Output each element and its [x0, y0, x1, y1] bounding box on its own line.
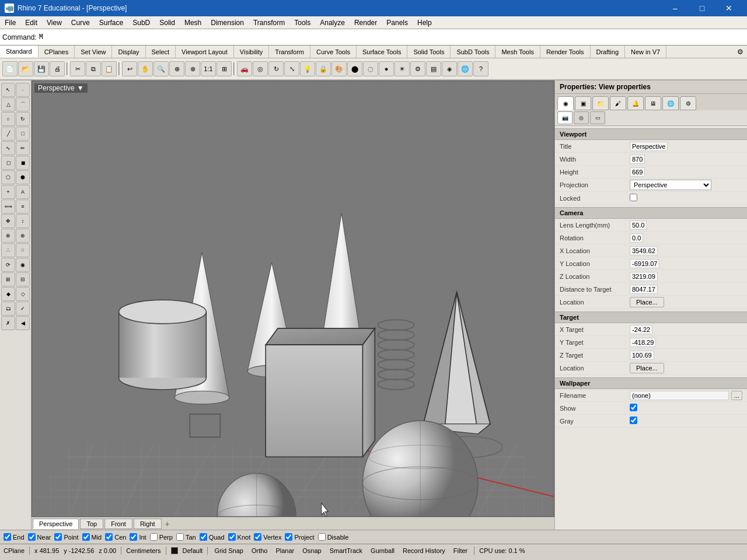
close-button[interactable]: ✕: [715, 0, 742, 16]
prop-cam-location[interactable]: Location Place...: [555, 296, 747, 309]
menu-transform[interactable]: Transform: [249, 18, 289, 28]
gray-checkbox[interactable]: [630, 416, 637, 424]
menu-mesh[interactable]: Mesh: [180, 18, 206, 28]
tool-pan[interactable]: ✋: [138, 61, 153, 76]
panel-tab-screen[interactable]: 🖥: [645, 96, 661, 110]
tab-new-in-v7[interactable]: New in V7: [625, 46, 666, 58]
tool-sphere-mat[interactable]: ⬤: [347, 61, 362, 76]
tab-visibility[interactable]: Visibility: [234, 46, 270, 58]
tool-globe[interactable]: 🌐: [458, 61, 473, 76]
menu-subd[interactable]: SubD: [128, 18, 155, 28]
viewport-dropdown-icon[interactable]: ▼: [77, 84, 84, 92]
tab-solid-tools[interactable]: Solid Tools: [407, 46, 451, 58]
left-tool-annot[interactable]: A: [16, 185, 30, 199]
tab-subd-tools[interactable]: SubD Tools: [451, 46, 495, 58]
viewport-label[interactable]: Perspective ▼: [34, 83, 88, 93]
left-tool-cam[interactable]: ◉: [16, 258, 30, 272]
panel-subtab-camera[interactable]: 📷: [557, 111, 573, 124]
menu-edit[interactable]: Edit: [20, 18, 42, 28]
panel-subtab-circle[interactable]: ◎: [574, 111, 589, 124]
left-tool-dim[interactable]: ⟺: [1, 200, 15, 214]
menu-curve[interactable]: Curve: [67, 18, 95, 28]
gumball-button[interactable]: Gumball: [369, 547, 396, 554]
tab-mesh-tools[interactable]: Mesh Tools: [495, 46, 540, 58]
tool-zoom-sel[interactable]: ⊗: [185, 61, 200, 76]
left-tool-lasso[interactable]: ⌒: [16, 97, 30, 111]
snap-knot[interactable]: Knot: [227, 533, 251, 541]
target-place-button[interactable]: Place...: [630, 363, 664, 373]
left-tool-ok[interactable]: ✓: [16, 302, 30, 316]
tool-render-sphere[interactable]: ●: [379, 61, 394, 76]
left-tool-pts[interactable]: ∴: [1, 243, 15, 257]
smarttrack-button[interactable]: SmartTrack: [328, 547, 364, 554]
tool-zoom-all[interactable]: ⊕: [169, 61, 184, 76]
left-tool-surface[interactable]: ◻: [1, 156, 15, 170]
left-tool-subd[interactable]: ◼: [16, 156, 30, 170]
tool-car[interactable]: 🚗: [237, 61, 252, 76]
panel-tab-folder[interactable]: 📁: [592, 96, 609, 110]
snap-project[interactable]: Project: [284, 533, 314, 541]
snap-perp[interactable]: Perp: [149, 533, 173, 541]
filter-button[interactable]: Filter: [452, 547, 469, 554]
left-tool-circle[interactable]: ○: [1, 112, 15, 126]
osnap-button[interactable]: Osnap: [301, 547, 323, 554]
tool-zoom-in[interactable]: 🔍: [153, 61, 169, 76]
tab-viewport-layout[interactable]: Viewport Layout: [176, 46, 234, 58]
prop-show[interactable]: Show: [555, 402, 747, 415]
left-tool-rect[interactable]: □: [16, 127, 30, 141]
menu-analyze[interactable]: Analyze: [315, 18, 350, 28]
tool-light[interactable]: 💡: [300, 61, 315, 76]
panel-tab-ball[interactable]: 🌐: [662, 96, 679, 110]
left-tool-select[interactable]: ↖: [1, 83, 15, 97]
tool-material[interactable]: 🎨: [331, 61, 347, 76]
toolbar-settings-icon[interactable]: ⚙: [734, 48, 747, 56]
left-tool-freehand[interactable]: ✏: [16, 141, 30, 155]
tool-revolve[interactable]: ↻: [268, 61, 284, 76]
tool-zoom-1to1[interactable]: 1:1: [201, 61, 216, 76]
tool-lock[interactable]: 🔒: [316, 61, 331, 76]
panel-tab-circle[interactable]: ◉: [557, 96, 574, 110]
command-input[interactable]: [39, 33, 745, 41]
prop-locked[interactable]: Locked: [555, 192, 747, 205]
tool-help[interactable]: ?: [473, 61, 488, 76]
tool-snap-cycle[interactable]: ◎: [253, 61, 268, 76]
left-tool-arrow[interactable]: ↕: [16, 214, 30, 228]
menu-panels[interactable]: Panels: [382, 18, 413, 28]
prop-gray[interactable]: Gray: [555, 415, 747, 428]
snap-tan[interactable]: Tan: [175, 533, 196, 541]
tab-select[interactable]: Select: [146, 46, 176, 58]
menu-dimension[interactable]: Dimension: [206, 18, 249, 28]
snap-mid[interactable]: Mid: [81, 533, 102, 541]
tab-set-view[interactable]: Set View: [75, 46, 112, 58]
tool-render-settings[interactable]: ⚙: [410, 61, 425, 76]
menu-tools[interactable]: Tools: [289, 18, 315, 28]
snap-cen[interactable]: Cen: [104, 533, 126, 541]
menu-render[interactable]: Render: [350, 18, 382, 28]
snap-int[interactable]: Int: [128, 533, 146, 541]
menu-solid[interactable]: Solid: [155, 18, 180, 28]
left-tool-point[interactable]: +: [1, 185, 15, 199]
tool-new[interactable]: 📄: [2, 61, 18, 76]
viewport-tab-add[interactable]: +: [163, 519, 172, 528]
left-tool-poly[interactable]: △: [1, 97, 15, 111]
left-tool-select2[interactable]: ·: [16, 83, 30, 97]
left-tool-obj[interactable]: ◆: [1, 287, 15, 301]
panel-subtab-rect[interactable]: ▭: [590, 111, 605, 124]
snap-quad[interactable]: Quad: [198, 533, 225, 541]
viewport-tab-right[interactable]: Right: [134, 519, 162, 529]
tab-render-tools[interactable]: Render Tools: [540, 46, 591, 58]
menu-view[interactable]: View: [42, 18, 67, 28]
tool-sun[interactable]: ☀: [395, 61, 410, 76]
show-checkbox[interactable]: [630, 404, 637, 411]
tool-undo[interactable]: ↩: [122, 61, 137, 76]
snap-disable[interactable]: Disable: [317, 533, 349, 541]
minimize-button[interactable]: –: [662, 0, 689, 16]
tool-wire[interactable]: ◌: [363, 61, 378, 76]
tab-transform[interactable]: Transform: [269, 46, 310, 58]
left-tool-line[interactable]: ╱: [1, 127, 15, 141]
panel-tab-brush[interactable]: 🖌: [610, 96, 626, 110]
viewport[interactable]: Perspective ▼: [32, 80, 554, 517]
ortho-button[interactable]: Ortho: [250, 547, 270, 554]
maximize-button[interactable]: □: [689, 0, 715, 16]
record-history-button[interactable]: Record History: [401, 547, 447, 554]
